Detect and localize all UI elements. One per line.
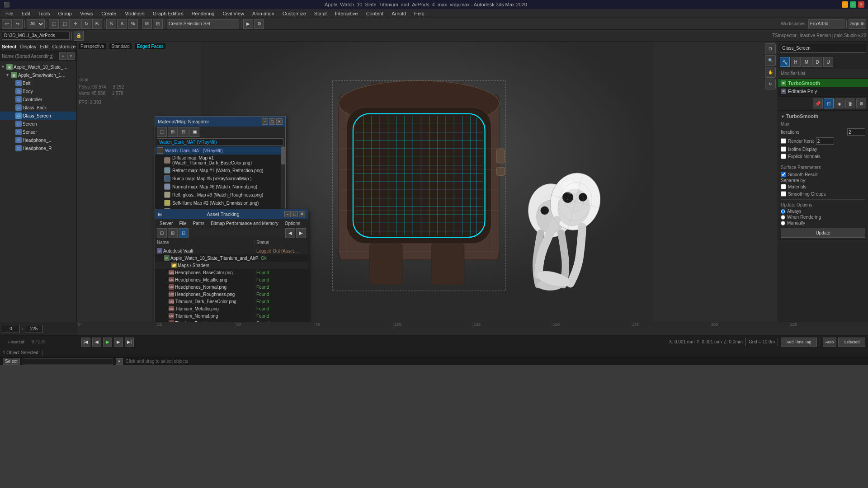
isoline-check[interactable] bbox=[781, 146, 786, 152]
mat-row-refract[interactable]: Refract map: Map #1 (Watch_Refraction.pn… bbox=[155, 166, 285, 174]
menu-item-script[interactable]: Script bbox=[311, 10, 330, 17]
iterations-input[interactable] bbox=[847, 128, 865, 136]
move-btn[interactable]: ✛ bbox=[71, 19, 80, 29]
minimize-button[interactable]: − bbox=[842, 1, 848, 8]
modifier-search-input[interactable] bbox=[780, 44, 866, 53]
right-btn-hierarchy[interactable]: H bbox=[791, 57, 801, 67]
select-region-btn[interactable]: ⬚ bbox=[60, 19, 70, 29]
tree-item-glass-screen[interactable]: □ Glass_Screen bbox=[0, 112, 76, 120]
vp-label-standard[interactable]: Standard bbox=[109, 43, 132, 49]
when-rendering-radio[interactable] bbox=[781, 215, 785, 220]
file-path-input[interactable] bbox=[2, 32, 70, 40]
modifier-eye-icon[interactable]: 👁 bbox=[781, 80, 786, 86]
pin-stack-btn[interactable]: 📌 bbox=[813, 99, 823, 108]
tree-item-glass-back[interactable]: □ Glass_Back bbox=[0, 103, 76, 112]
mat-row-main[interactable]: Watch_Dark_MAT (VRayMtl) bbox=[155, 146, 285, 155]
render-iters-check[interactable] bbox=[781, 138, 786, 144]
angle-snap-btn[interactable]: A bbox=[117, 19, 127, 29]
select-object-btn[interactable]: ⬚ bbox=[49, 19, 59, 29]
timeline-track[interactable]: 0255075100125150175200225 bbox=[77, 322, 868, 335]
vp-label-perspective[interactable]: Perspective bbox=[79, 43, 106, 49]
tree-item-smartwatch[interactable]: ▼ ▣ Apple_Smartwatch_10_Slate_Titan... bbox=[0, 71, 76, 79]
mat-row-gloss[interactable]: Refl. gloss.: Map #9 (Watch_Roughness.pn… bbox=[155, 191, 285, 199]
asset-row-titan-metal[interactable]: IMG Titanium_Metallic.png Found bbox=[155, 305, 308, 312]
mat-row-bump[interactable]: Bump map: Map #5 (VRayNormalMap ) bbox=[155, 174, 285, 183]
menu-item-create[interactable]: Create bbox=[98, 10, 120, 17]
asset-table-body[interactable]: V Autodesk Vault Logged Out (Asset... M … bbox=[155, 247, 308, 322]
goto-end-btn[interactable]: ▶| bbox=[125, 338, 134, 347]
mat-nav-title-bar[interactable]: Material/Map Navigator − □ ✕ bbox=[155, 117, 285, 127]
asset-menu-server[interactable]: Server bbox=[157, 220, 175, 227]
select-filter-combo[interactable]: All bbox=[27, 19, 45, 28]
always-radio[interactable] bbox=[781, 209, 785, 214]
asset-menu-file[interactable]: File bbox=[176, 220, 189, 227]
snap-toggle-btn[interactable]: S bbox=[106, 19, 116, 29]
menu-item-interactive[interactable]: Interactive bbox=[331, 10, 362, 17]
total-frames-input[interactable] bbox=[25, 325, 43, 333]
menu-item-animation[interactable]: Animation bbox=[249, 10, 278, 17]
filter-btn[interactable]: Y bbox=[67, 52, 75, 60]
workspace-input[interactable] bbox=[808, 19, 844, 28]
vp-label-edged[interactable]: Edged Faces bbox=[135, 43, 165, 49]
tree-item-screen[interactable]: □ Screen bbox=[0, 120, 76, 128]
tree-item-headphone-l[interactable]: □ Headphone_L bbox=[0, 136, 76, 144]
tab-customize[interactable]: Customize bbox=[52, 44, 75, 49]
mirror-btn[interactable]: M bbox=[142, 19, 152, 29]
tree-item-controller[interactable]: □ Controller bbox=[0, 95, 76, 103]
render-iters-input[interactable] bbox=[816, 137, 834, 145]
current-frame-input[interactable] bbox=[2, 325, 20, 333]
rotate-btn[interactable]: ↻ bbox=[81, 19, 91, 29]
scale-btn[interactable]: ⇱ bbox=[92, 19, 102, 29]
smooth-groups-check[interactable] bbox=[781, 191, 786, 197]
asset-tb-btnnav2[interactable]: ▶ bbox=[296, 228, 306, 238]
menu-item-views[interactable]: Views bbox=[76, 10, 97, 17]
right-btn-utilities[interactable]: U bbox=[823, 57, 833, 67]
tab-select[interactable]: Select bbox=[2, 44, 16, 49]
create-selection-input[interactable] bbox=[167, 19, 239, 28]
menu-item-graph-editors[interactable]: Graph Editors bbox=[149, 10, 187, 17]
asset-row-maps-folder[interactable]: 📁 Maps / Shaders bbox=[155, 262, 308, 269]
render-settings-btn[interactable]: ⚙ bbox=[254, 19, 264, 29]
mat-nav-minimize-btn[interactable]: − bbox=[262, 118, 268, 125]
menu-item-edit[interactable]: Edit bbox=[18, 10, 34, 17]
foxart3d-label-btn[interactable]: Foxart3d bbox=[3, 338, 30, 347]
asset-tb-btn2[interactable]: ⊞ bbox=[168, 228, 178, 238]
asset-row-hphones-normal[interactable]: IMG Headphones_Normal.png Found bbox=[155, 283, 308, 291]
asset-tb-btn1[interactable]: ⊡ bbox=[157, 228, 167, 238]
mat-nav-close-btn[interactable]: ✕ bbox=[276, 118, 283, 125]
asset-row-vault[interactable]: V Autodesk Vault Logged Out (Asset... bbox=[155, 247, 308, 254]
tree-item-root[interactable]: ▼ ▣ Apple_Watch_10_Slate_Titanium_a... bbox=[0, 63, 76, 71]
menu-item-customize[interactable]: Customize bbox=[279, 10, 310, 17]
menu-item-civil-view[interactable]: Civil View bbox=[219, 10, 247, 17]
mat-nav-btn3[interactable]: ⊟ bbox=[179, 127, 189, 137]
explicit-normals-check[interactable] bbox=[781, 154, 786, 159]
modifier-turbosm[interactable]: 👁 TurboSmooth bbox=[778, 79, 868, 87]
cmd-clear-btn[interactable]: ✕ bbox=[116, 358, 123, 365]
orbit-btn[interactable]: ↻ bbox=[765, 79, 776, 89]
make-unique-btn[interactable]: ◈ bbox=[835, 99, 844, 108]
auto-key-btn[interactable]: Auto bbox=[823, 338, 836, 347]
next-frame-btn[interactable]: ▶ bbox=[114, 338, 123, 347]
menu-item-rendering[interactable]: Rendering bbox=[188, 10, 218, 17]
close-button[interactable]: ✕ bbox=[858, 1, 864, 8]
menu-item-modifiers[interactable]: Modifiers bbox=[121, 10, 148, 17]
mat-nav-btn1[interactable]: ⬚ bbox=[157, 127, 167, 137]
mat-nav-btn2[interactable]: ⊞ bbox=[168, 127, 178, 137]
mat-row-illum[interactable]: Self-illum: Map #2 (Watch_Emmission.png) bbox=[155, 199, 285, 207]
tree-item-sensor[interactable]: □ Sensor bbox=[0, 128, 76, 136]
add-time-tag-btn[interactable]: Add Time Tag bbox=[781, 338, 817, 347]
right-btn-display[interactable]: D bbox=[812, 57, 822, 67]
prev-frame-btn[interactable]: ◀ bbox=[92, 338, 101, 347]
tree-item-belt[interactable]: □ Belt bbox=[0, 79, 76, 87]
maximize-button[interactable]: □ bbox=[850, 1, 856, 8]
modifier-editpoly[interactable]: 👁 Editable Poly bbox=[778, 87, 868, 95]
right-btn-motion[interactable]: M bbox=[802, 57, 811, 67]
asset-title-bar[interactable]: ⊞ Asset Tracking − □ ✕ bbox=[155, 209, 308, 219]
expand-all-btn[interactable]: + bbox=[59, 52, 66, 60]
sign-in-button[interactable]: Sign In bbox=[849, 19, 866, 29]
asset-row-hphones-metal[interactable]: IMG Headphones_Metallic.png Found bbox=[155, 276, 308, 283]
mat-name-input[interactable] bbox=[157, 138, 283, 145]
asset-row-hphones-rough[interactable]: IMG Headphones_Roughness.png Found bbox=[155, 291, 308, 298]
manually-radio[interactable] bbox=[781, 221, 785, 225]
asset-close-btn[interactable]: ✕ bbox=[299, 211, 305, 217]
